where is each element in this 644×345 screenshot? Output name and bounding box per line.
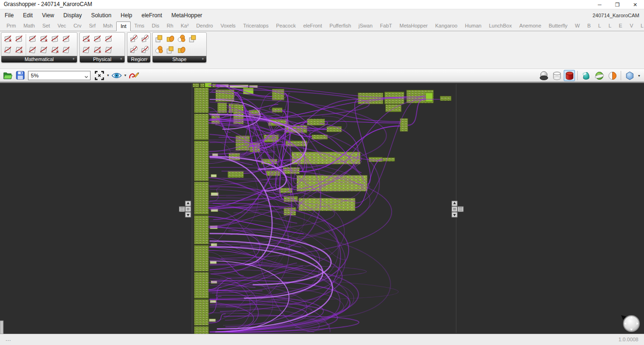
tab-11-ka[interactable]: Ka² [177,21,192,30]
ribbon-icon-physical-5[interactable] [103,44,114,55]
node-block[interactable] [440,96,451,101]
preview-culling-button[interactable] [538,70,550,81]
tab-5-srf[interactable]: Srf [85,21,99,30]
node-block[interactable] [194,215,209,244]
ribbon-icon-shape-2[interactable] [165,33,176,44]
ribbon-icon-shape-6[interactable] [187,33,198,44]
menu-file[interactable]: File [0,10,18,21]
node-block[interactable] [194,182,209,214]
tab-10-rh[interactable]: Rh [163,21,177,30]
panel-expand-icon[interactable]: ✦ [72,56,75,62]
menu-help[interactable]: Help [116,10,137,21]
ribbon-icon-physical-0[interactable] [81,33,92,44]
ribbon-icon-mathematical-1[interactable] [2,44,14,55]
tab-24-anemone[interactable]: Anemone [516,21,545,30]
restore-button[interactable]: ❐ [609,0,626,9]
ribbon-icon-region-0[interactable] [128,33,140,44]
node-block[interactable] [211,174,217,177]
ribbon-icon-mathematical-5[interactable] [27,44,38,55]
tab-19-fabt[interactable]: FabT [376,21,396,30]
ribbon-icon-region-2[interactable] [140,33,151,44]
ribbon-icon-shape-1[interactable] [154,44,165,55]
node-block[interactable] [383,158,395,161]
canvas-scrollbar-sliver[interactable] [0,321,3,334]
tab-25-butterfly[interactable]: Butterfly [545,21,571,30]
panel-label-mathematical[interactable]: Mathematical✦ [1,56,77,62]
tab-27-b[interactable]: B [584,21,595,30]
tab-3-vec[interactable]: Vec [54,21,70,30]
open-file-button[interactable] [2,70,14,81]
display-style-dropdown[interactable]: ▼ [637,74,641,77]
ribbon-icon-region-3[interactable] [140,44,151,55]
quality-medium-button[interactable] [593,70,605,81]
panel-expand-icon[interactable]: ✦ [145,56,148,62]
tab-26-w[interactable]: W [571,21,583,30]
ribbon-icon-physical-2[interactable] [92,33,103,44]
tab-21-kangaroo[interactable]: Kangaroo [432,21,462,30]
ribbon-icon-shape-3[interactable] [165,44,176,55]
menu-metahopper[interactable]: MetaHopper [167,10,207,21]
node-block[interactable] [194,272,209,298]
menu-view[interactable]: View [37,10,59,21]
node-block[interactable] [194,141,209,181]
tab-8-trns[interactable]: Trns [131,21,148,30]
preview-visibility-button[interactable] [111,70,123,81]
ribbon-icon-shape-5[interactable] [176,44,187,55]
node-block[interactable] [426,93,433,102]
ribbon-icon-mathematical-4[interactable] [27,33,38,44]
panel-label-shape[interactable]: Shape✦ [153,56,206,62]
ribbon-icon-mathematical-11[interactable] [61,44,72,55]
ribbon-icon-physical-1[interactable] [81,44,92,55]
tab-31-v[interactable]: V [626,21,637,30]
zoom-combobox[interactable]: 5% [28,71,91,80]
node-block[interactable] [200,83,204,87]
tab-22-human[interactable]: Human [461,21,485,30]
ribbon-icon-mathematical-3[interactable] [14,44,25,55]
node-block[interactable] [228,171,244,178]
node-block[interactable] [327,126,342,132]
tab-6-msh[interactable]: Msh [99,21,117,30]
tab-29-l[interactable]: L [605,21,615,30]
minimize-button[interactable]: ─ [591,0,609,9]
tab-9-dis[interactable]: Dis [148,21,163,30]
panel-expand-icon[interactable]: ✦ [119,56,123,62]
ribbon-icon-region-1[interactable] [128,44,140,55]
ribbon-icon-physical-4[interactable] [103,33,114,44]
tab-12-dendro[interactable]: Dendro [192,21,217,30]
tab-4-crv[interactable]: Crv [70,21,85,30]
zoom-extents-button[interactable] [93,70,105,81]
tab-32-l[interactable]: L [637,21,644,30]
node-block[interactable] [194,245,209,271]
quality-low-button[interactable] [580,70,592,81]
node-block[interactable] [194,326,209,334]
trackball-widget[interactable] [621,315,639,331]
panel-label-region[interactable]: Region✦ [127,56,150,62]
canvas-nav-right-widget[interactable] [452,201,463,217]
panel-expand-icon[interactable]: ✦ [201,56,204,62]
tab-13-voxels[interactable]: Voxels [217,21,239,30]
tab-30-e[interactable]: E [615,21,626,30]
tab-18-jswan[interactable]: jSwan [355,21,376,30]
tab-2-set[interactable]: Set [39,21,54,30]
preview-shaded-button[interactable] [564,70,575,81]
display-style-button[interactable] [623,70,636,81]
node-block[interactable] [194,114,209,140]
node-block[interactable] [194,88,209,113]
tab-14-triceratops[interactable]: Triceratops [239,21,273,30]
quality-high-button[interactable] [606,70,618,81]
ribbon-icon-mathematical-2[interactable] [14,33,25,44]
canvas-nav-left-widget[interactable] [179,201,191,217]
save-file-button[interactable] [14,70,26,81]
menu-display[interactable]: Display [59,10,86,21]
tab-0-prm[interactable]: Prm [3,21,20,30]
tab-7-int[interactable]: Int [116,21,130,31]
ribbon-icon-mathematical-8[interactable] [49,33,61,44]
tab-1-math[interactable]: Math [20,21,38,30]
tab-15-peacock[interactable]: Peacock [272,21,299,30]
menu-elefront[interactable]: eleFront [137,10,167,21]
node-block[interactable] [194,299,209,325]
tab-16-elefront[interactable]: eleFront [300,21,326,30]
node-block[interactable] [358,93,383,104]
ribbon-icon-mathematical-9[interactable] [49,44,61,55]
ribbon-icon-shape-4[interactable] [176,33,187,44]
